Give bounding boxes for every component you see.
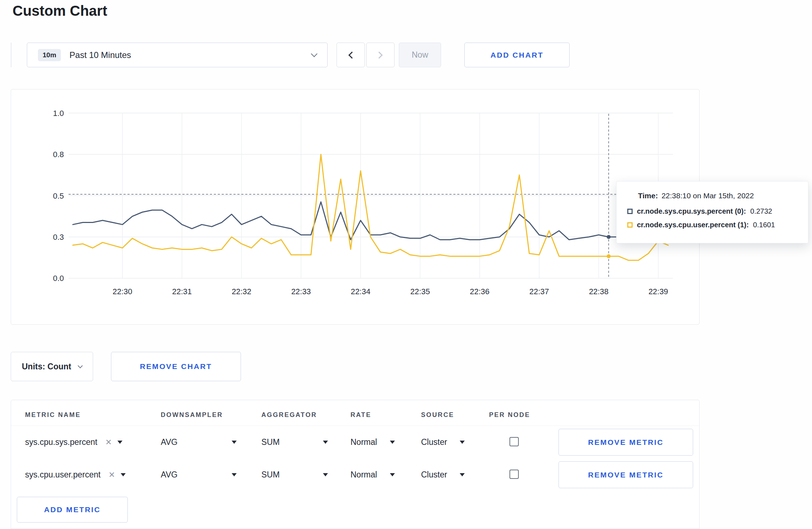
svg-text:22:34: 22:34 [351, 287, 371, 296]
svg-text:0.8: 0.8 [53, 150, 64, 159]
now-button[interactable]: Now [399, 43, 441, 67]
metrics-table-header: METRIC NAME DOWNSAMPLER AGGREGATOR RATE … [11, 404, 699, 426]
source-select[interactable]: Cluster [421, 437, 465, 447]
aggregator-value: SUM [261, 437, 280, 447]
time-nav-group [337, 43, 395, 67]
units-dropdown[interactable]: Units: Count [11, 352, 93, 381]
tooltip-time-label: Time: [638, 191, 658, 200]
per-node-checkbox[interactable] [509, 437, 519, 446]
time-range-dropdown[interactable]: 10m Past 10 Minutes [27, 43, 328, 67]
header-rate: RATE [351, 411, 421, 419]
caret-down-icon [460, 441, 465, 444]
svg-text:22:33: 22:33 [291, 287, 311, 296]
aggregator-value: SUM [261, 470, 280, 480]
caret-down-icon [232, 441, 237, 444]
header-downsampler: DOWNSAMPLER [161, 411, 261, 419]
remove-metric-button[interactable]: REMOVE METRIC [559, 461, 693, 488]
header-per-node: PER NODE [489, 411, 559, 419]
chart-card: 22:3022:3122:3222:3322:3422:3522:3622:37… [11, 89, 700, 325]
prev-time-button[interactable] [337, 43, 365, 67]
metric-name: sys.cpu.user.percent [25, 470, 101, 480]
chevron-down-icon [78, 363, 83, 368]
rate-value: Normal [351, 470, 377, 480]
units-label: Units: Count [22, 362, 71, 372]
source-select[interactable]: Cluster [421, 470, 465, 480]
svg-text:22:39: 22:39 [648, 287, 668, 296]
svg-text:22:37: 22:37 [530, 287, 549, 296]
clear-metric-x-icon[interactable]: ✕ [105, 438, 112, 447]
downsampler-select[interactable]: AVG [161, 437, 237, 447]
metric-name: sys.cpu.sys.percent [25, 437, 97, 447]
tooltip-series-name: cr.node.sys.cpu.sys.percent (0): [637, 207, 746, 215]
metric-name-select[interactable]: sys.cpu.user.percent ✕ [25, 470, 161, 480]
caret-down-icon [323, 441, 328, 444]
svg-text:0.0: 0.0 [53, 274, 64, 283]
remove-chart-button[interactable]: REMOVE CHART [111, 352, 241, 381]
time-range-label: Past 10 Minutes [69, 50, 131, 60]
tooltip-series-row: cr.node.sys.cpu.sys.percent (0): 0.2732 [627, 207, 797, 215]
metrics-table: METRIC NAME DOWNSAMPLER AGGREGATOR RATE … [11, 400, 700, 529]
rate-select[interactable]: Normal [351, 470, 395, 480]
metric-name-select[interactable]: sys.cpu.sys.percent ✕ [25, 437, 161, 447]
svg-text:1.0: 1.0 [53, 109, 64, 118]
clear-metric-x-icon[interactable]: ✕ [108, 470, 115, 480]
caret-down-icon [460, 473, 465, 476]
svg-text:22:38: 22:38 [589, 287, 609, 296]
series-swatch-user-icon [627, 222, 633, 228]
chevron-left-icon [348, 52, 356, 59]
source-value: Cluster [421, 437, 447, 447]
chart-tooltip: Time:22:38:10 on Mar 15th, 2022 cr.node.… [616, 181, 808, 243]
tooltip-series-name: cr.node.sys.cpu.user.percent (1): [637, 221, 749, 229]
per-node-checkbox[interactable] [509, 470, 519, 479]
tooltip-time: Time:22:38:10 on Mar 15th, 2022 [638, 191, 797, 200]
source-value: Cluster [421, 470, 447, 480]
tooltip-series-value: 0.2732 [750, 207, 772, 215]
remove-metric-button[interactable]: REMOVE METRIC [559, 429, 693, 456]
tooltip-series-value: 0.1601 [753, 221, 775, 229]
svg-text:22:31: 22:31 [172, 287, 192, 296]
downsampler-value: AVG [161, 437, 178, 447]
chevron-right-icon [376, 52, 383, 59]
svg-text:22:36: 22:36 [470, 287, 489, 296]
svg-text:0.5: 0.5 [53, 191, 64, 200]
svg-text:22:32: 22:32 [232, 287, 251, 296]
tooltip-series-row: cr.node.sys.cpu.user.percent (1): 0.1601 [627, 221, 797, 229]
add-chart-button[interactable]: ADD CHART [464, 43, 570, 67]
tooltip-time-value: 22:38:10 on Mar 15th, 2022 [662, 191, 754, 200]
page-title: Custom Chart [13, 3, 107, 19]
rate-value: Normal [351, 437, 377, 447]
svg-text:22:35: 22:35 [410, 287, 430, 296]
toolbar-left-divider [11, 43, 11, 67]
metrics-chart[interactable]: 22:3022:3122:3222:3322:3422:3522:3622:37… [11, 89, 699, 324]
aggregator-select[interactable]: SUM [261, 437, 328, 447]
add-metric-button[interactable]: ADD METRIC [17, 497, 128, 523]
downsampler-select[interactable]: AVG [161, 470, 237, 480]
header-metric-name: METRIC NAME [25, 411, 161, 419]
header-aggregator: AGGREGATOR [261, 411, 351, 419]
chevron-down-icon [311, 50, 317, 57]
downsampler-value: AVG [161, 470, 178, 480]
caret-down-icon [121, 473, 126, 476]
caret-down-icon [232, 473, 237, 476]
metric-row: sys.cpu.sys.percent ✕ AVG SUM Normal Clu… [11, 426, 699, 458]
header-source: SOURCE [421, 411, 489, 419]
custom-chart-page: Custom Chart 10m Past 10 Minutes Now ADD… [0, 0, 812, 529]
rate-select[interactable]: Normal [351, 437, 395, 447]
svg-text:0.3: 0.3 [53, 233, 64, 242]
caret-down-icon [390, 473, 395, 476]
caret-down-icon [390, 441, 395, 444]
caret-down-icon [323, 473, 328, 476]
series-swatch-sys-icon [627, 209, 633, 214]
time-range-badge: 10m [38, 49, 61, 61]
metric-row: sys.cpu.user.percent ✕ AVG SUM Normal Cl… [11, 458, 699, 491]
next-time-button[interactable] [366, 43, 395, 67]
aggregator-select[interactable]: SUM [261, 470, 328, 480]
caret-down-icon [117, 441, 122, 444]
svg-text:22:30: 22:30 [113, 287, 132, 296]
